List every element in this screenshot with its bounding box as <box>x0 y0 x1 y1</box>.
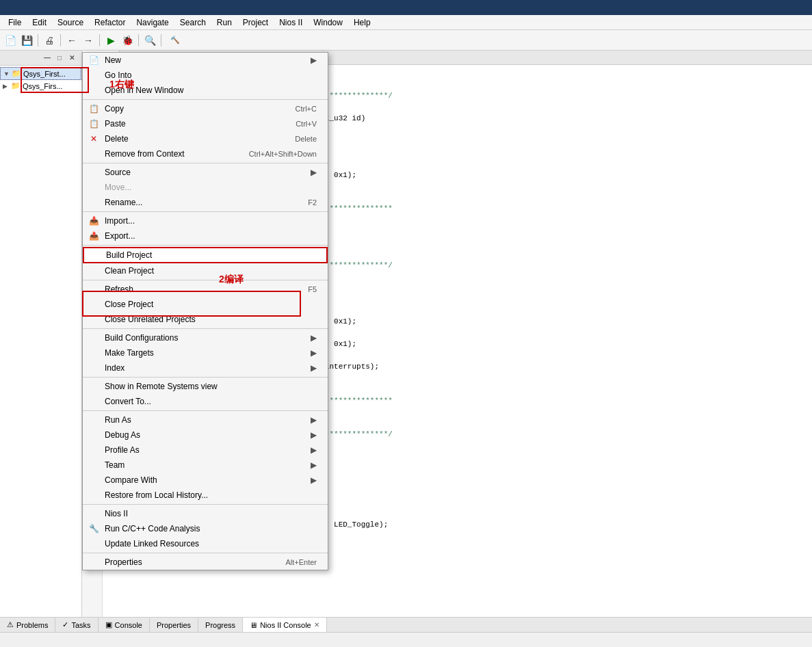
menu-project[interactable]: Project <box>237 16 274 29</box>
project-tree: ▼ 📁 Qsys_First... ▶ 📁 Qsys_Firs... <box>0 66 81 93</box>
ctx-rename-label: Rename... <box>105 198 142 207</box>
ctx-build-configs[interactable]: Build Configurations ▶ <box>83 330 328 345</box>
ctx-convert-to-label: Convert To... <box>105 397 151 406</box>
menu-file[interactable]: File <box>3 16 27 29</box>
ctx-refresh[interactable]: Refresh F5 <box>83 282 328 297</box>
ctx-run-cpp-label: Run C/C++ Code Analysis <box>105 524 200 533</box>
ctx-delete[interactable]: ✕ Delete Delete <box>83 131 328 146</box>
sep-5 <box>83 280 328 280</box>
menu-nios2[interactable]: Nios II <box>274 16 308 29</box>
ctx-remove-context-label: Remove from Context <box>105 149 185 159</box>
ctx-go-into[interactable]: Go Into <box>83 68 328 83</box>
ctx-close-unrelated[interactable]: Close Unrelated Projects <box>83 312 328 327</box>
ctx-update-linked[interactable]: Update Linked Resources <box>83 536 328 551</box>
menu-search[interactable]: Search <box>174 16 211 29</box>
ctx-build-project[interactable]: Build Project <box>83 247 328 263</box>
ctx-remove-context[interactable]: Remove from Context Ctrl+Alt+Shift+Down <box>83 146 328 161</box>
toolbar-sep-5 <box>161 34 161 47</box>
menu-run[interactable]: Run <box>211 16 237 29</box>
bottom-tab-nios2-console[interactable]: 🖥 Nios II Console ✕ <box>243 618 327 632</box>
project-icon: 📁 <box>12 69 21 78</box>
ctx-convert-to[interactable]: Convert To... <box>83 394 328 409</box>
bottom-tab-console[interactable]: ▣ Console <box>99 618 150 632</box>
expand-icon: ▼ <box>3 70 12 77</box>
ctx-open-new-window[interactable]: Open in New Window <box>83 83 328 98</box>
toolbar-debug[interactable]: 🐞 <box>120 33 135 48</box>
project-label-2: Qsys_Firs... <box>23 82 63 90</box>
tree-item-qsys-firs[interactable]: ▶ 📁 Qsys_Firs... <box>0 80 81 92</box>
toolbar-sep-2 <box>60 34 61 47</box>
ctx-export[interactable]: 📤 Export... <box>83 228 328 243</box>
ctx-properties[interactable]: Properties Alt+Enter <box>83 555 328 570</box>
panel-header-icons: — □ ✕ <box>42 53 77 64</box>
ctx-debug-as[interactable]: Debug As ▶ <box>83 427 328 443</box>
toolbar-print[interactable]: 🖨 <box>42 33 57 48</box>
ctx-run-as[interactable]: Run As ▶ <box>83 412 328 427</box>
ctx-move[interactable]: Move... <box>83 180 328 195</box>
delete-shortcut: Delete <box>295 135 317 143</box>
expand-icon-2: ▶ <box>3 83 11 90</box>
sep-8 <box>83 410 328 411</box>
properties-label: Properties <box>157 621 191 629</box>
panel-close[interactable]: ✕ <box>66 53 77 64</box>
copy-shortcut: Ctrl+C <box>296 105 317 113</box>
toolbar-back[interactable]: ← <box>64 33 79 48</box>
tree-item-qsys-first[interactable]: ▼ 📁 Qsys_First... <box>0 67 81 80</box>
ctx-paste[interactable]: 📋 Paste Ctrl+V <box>83 116 328 131</box>
ctx-debug-as-label: Debug As <box>105 430 140 440</box>
bottom-tab-tasks[interactable]: ✓ Tasks <box>55 618 98 632</box>
menu-navigate[interactable]: Navigate <box>131 16 174 29</box>
sep-9 <box>83 504 328 505</box>
run-as-arrow: ▶ <box>311 415 317 425</box>
ctx-profile-as[interactable]: Profile As ▶ <box>83 443 328 458</box>
profile-as-arrow: ▶ <box>311 445 317 455</box>
ctx-build-project-label: Build Project <box>106 250 152 260</box>
ctx-restore-local[interactable]: Restore from Local History... <box>83 488 328 503</box>
toolbar: 📄 💾 🖨 ← → ▶ 🐞 🔍 🔨 <box>0 30 812 51</box>
ctx-update-linked-label: Update Linked Resources <box>105 539 199 549</box>
ctx-properties-label: Properties <box>105 557 142 567</box>
nios2-console-label: Nios II Console <box>260 621 311 629</box>
ctx-rename[interactable]: Rename... F2 <box>83 195 328 210</box>
ctx-show-remote[interactable]: Show in Remote Systems view <box>83 379 328 394</box>
ctx-copy[interactable]: 📋 Copy Ctrl+C <box>83 101 328 116</box>
ctx-source[interactable]: Source ▶ <box>83 165 328 180</box>
menu-help[interactable]: Help <box>348 16 376 29</box>
ctx-make-targets-label: Make Targets <box>105 348 154 358</box>
bottom-tabs: ⚠ Problems ✓ Tasks ▣ Console Properties … <box>0 617 812 632</box>
compare-with-arrow: ▶ <box>311 475 317 485</box>
debug-as-arrow: ▶ <box>311 430 317 440</box>
menu-edit[interactable]: Edit <box>27 16 52 29</box>
ctx-make-targets[interactable]: Make Targets ▶ <box>83 345 328 360</box>
toolbar-run[interactable]: ▶ <box>103 33 118 48</box>
ctx-run-as-label: Run As <box>105 415 131 425</box>
refresh-shortcut: F5 <box>308 285 317 293</box>
toolbar-forward[interactable]: → <box>81 33 96 48</box>
ctx-nios-ii[interactable]: Nios II <box>83 506 328 521</box>
nios2-close[interactable]: ✕ <box>314 621 319 629</box>
ctx-clean-project[interactable]: Clean Project <box>83 263 328 278</box>
ctx-index[interactable]: Index ▶ <box>83 360 328 375</box>
bottom-tab-problems[interactable]: ⚠ Problems <box>0 618 55 632</box>
ctx-team[interactable]: Team ▶ <box>83 458 328 473</box>
sep-6 <box>83 328 328 329</box>
properties-shortcut: Alt+Enter <box>285 558 317 566</box>
ctx-new[interactable]: 📄 New ▶ <box>83 53 328 68</box>
progress-label: Progress <box>205 621 235 629</box>
ctx-import[interactable]: 📥 Import... <box>83 213 328 228</box>
toolbar-build[interactable]: 🔨 <box>165 33 185 48</box>
toolbar-new[interactable]: 📄 <box>3 33 18 48</box>
ctx-compare-with[interactable]: Compare With ▶ <box>83 473 328 488</box>
ctx-run-cpp[interactable]: 🔧 Run C/C++ Code Analysis <box>83 521 328 536</box>
menu-source[interactable]: Source <box>52 16 89 29</box>
panel-minimize[interactable]: — <box>42 53 53 64</box>
toolbar-search[interactable]: 🔍 <box>142 33 157 48</box>
bottom-tab-properties[interactable]: Properties <box>150 618 198 632</box>
panel-maximize[interactable]: □ <box>54 53 65 64</box>
menu-window[interactable]: Window <box>308 16 348 29</box>
ctx-close-project[interactable]: Close Project <box>83 297 328 312</box>
sep-10 <box>83 553 328 553</box>
toolbar-save[interactable]: 💾 <box>19 33 34 48</box>
bottom-tab-progress[interactable]: Progress <box>198 618 243 632</box>
menu-refactor[interactable]: Refactor <box>89 16 131 29</box>
